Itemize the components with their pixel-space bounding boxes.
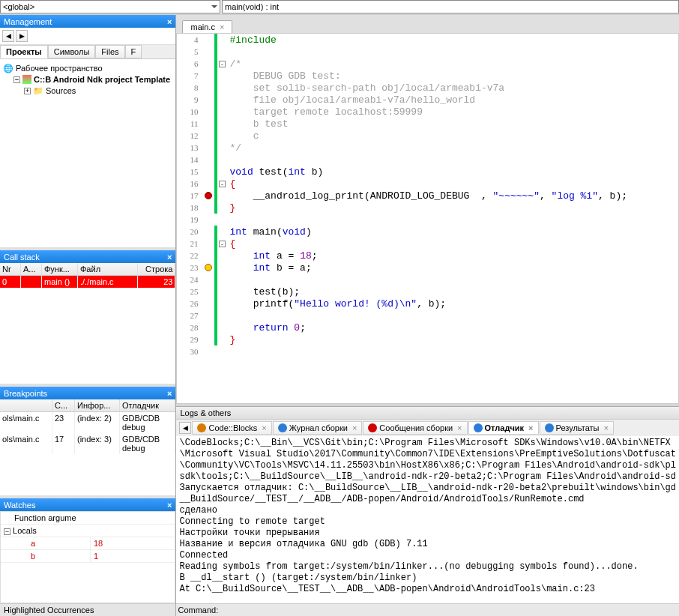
collapse-icon[interactable]: − [4,528,10,535]
col-nr[interactable]: Nr [0,263,21,275]
code-line[interactable]: 29} [177,333,678,345]
col-dbg[interactable]: Отладчик [120,399,175,411]
code-line[interactable]: 25 test(b); [177,286,678,298]
expand-icon[interactable]: + [24,88,31,94]
log-icon [278,423,287,432]
watch-variable-row[interactable]: b1 [1,550,175,563]
workspace-node[interactable]: 🌐 Рабочее пространство [3,62,172,74]
close-tab-icon[interactable]: × [220,22,224,31]
breakpoint-icon[interactable] [205,192,212,199]
code-line[interactable]: 15void test(int b) [177,166,678,178]
code-line[interactable]: 18} [177,202,678,214]
editor-tab[interactable]: main.c × [182,20,232,33]
code-line[interactable]: 28 return 0; [177,321,678,333]
code-line[interactable]: 26 printf("Hello world! (%d)\n", b); [177,298,678,309]
code-line[interactable]: 16-{ [177,178,678,190]
col-line[interactable]: Строка [138,263,175,275]
code-line[interactable]: 24 [177,274,678,286]
code-line[interactable]: 14 [177,154,678,166]
close-icon[interactable]: × [603,423,608,432]
management-tabs: Проекты Символы Files F [0,45,175,59]
project-icon [22,75,31,84]
col-addr[interactable]: A... [21,263,42,275]
folder-icon: 📁 [33,85,43,96]
breakpoints-title: Breakpoints [4,389,47,398]
watches-title: Watches [4,501,35,510]
fold-icon[interactable]: - [219,181,226,187]
code-line[interactable]: 21-{ [177,238,678,250]
tab-more[interactable]: F [125,45,142,58]
col-file[interactable]: Файл [78,263,138,275]
col-func[interactable]: Функ... [42,263,78,275]
func-args-node[interactable]: Function argume [1,512,175,525]
function-value: main(void) : int [225,2,279,11]
col-info[interactable]: Инфор... [75,399,120,411]
watch-variable-row[interactable]: a18 [1,537,175,550]
close-icon[interactable]: × [262,423,266,432]
code-line[interactable]: 8 set solib-search-path obj/local/armeab… [177,82,678,94]
logs-header: Logs & others [176,407,679,420]
breakpoint-row[interactable]: ols\main.c17(index: 3)GDB/CDB debug [0,433,175,454]
tab-files[interactable]: Files [95,45,124,58]
highlighted-occurrences-panel: Highlighted Occurrences [0,603,175,616]
code-line[interactable]: 4#include [177,34,678,46]
nav-prev-button[interactable]: ◀ [2,30,14,42]
code-line[interactable]: 11 b test [177,118,678,130]
log-icon [197,423,206,432]
code-line[interactable]: 5 [177,46,678,58]
close-icon[interactable]: × [457,423,462,432]
debugger-log[interactable]: \CodeBlocks;C:\__Bin\__VCS\Git\bin;C:\Pr… [176,436,679,603]
close-icon[interactable]: × [167,389,172,398]
log-tab[interactable]: Результаты× [540,421,614,435]
code-line[interactable]: 9 file obj/local/armeabi-v7a/hello_world [177,94,678,106]
breakpoint-row[interactable]: ols\main.c23(index: 2)GDB/CDB debug [0,412,175,433]
project-node[interactable]: − C::B Android Ndk project Template [3,74,172,85]
log-tab[interactable]: Отладчик× [468,421,539,435]
code-line[interactable]: 7 DEBUG GDB test: [177,70,678,82]
command-label: Command: [178,606,218,615]
code-line[interactable]: 20int main(void) [177,226,678,238]
watches-header: Watches × [0,498,175,511]
code-editor[interactable]: 4#include 56-/*7 DEBUG GDB test:8 set so… [176,33,679,404]
logs-scroll-left[interactable]: ◀ [179,422,191,434]
logs-tabs: ◀ Code::Blocks×Журнал сборки×Сообщения с… [176,420,679,436]
log-tab[interactable]: Журнал сборки× [273,421,363,435]
col-file[interactable] [0,399,52,411]
code-line[interactable]: 23 int b = a; [177,262,678,274]
scope-combo[interactable]: <global> [0,0,220,13]
sources-node[interactable]: + 📁 Sources [3,85,172,97]
function-combo[interactable]: main(void) : int [222,0,679,13]
log-icon [545,423,554,432]
stack-frame-row[interactable]: 0 main () ././main.c 23 [0,276,175,288]
workspace-icon: 🌐 [3,63,13,73]
chevron-down-icon [211,5,217,8]
code-line[interactable]: 19 [177,214,678,226]
fold-icon[interactable]: - [219,241,226,247]
code-line[interactable]: 13*/ [177,142,678,154]
code-line[interactable]: 22 int a = 18; [177,250,678,262]
log-tab[interactable]: Сообщения сборки× [363,421,467,435]
code-line[interactable]: 30 [177,345,678,357]
scope-value: <global> [3,2,34,11]
close-icon[interactable]: × [167,253,172,262]
close-icon[interactable]: × [167,501,172,510]
col-line[interactable]: С... [52,399,75,411]
code-line[interactable]: 27 [177,309,678,321]
close-icon[interactable]: × [352,423,357,432]
log-icon [368,423,377,432]
code-line[interactable]: 10 target remote localhost:59999 [177,106,678,118]
code-line[interactable]: 6-/* [177,58,678,70]
tab-projects[interactable]: Проекты [0,45,48,58]
log-tab[interactable]: Code::Blocks× [192,421,271,435]
code-line[interactable]: 17 __android_log_print(ANDROID_LOG_DEBUG… [177,190,678,202]
nav-next-button[interactable]: ▶ [16,30,28,42]
management-header: Management × [0,15,175,28]
editor-tabs: main.c × [176,15,679,33]
code-line[interactable]: 12 c [177,130,678,142]
close-icon[interactable]: × [167,17,172,26]
collapse-icon[interactable]: − [13,76,20,83]
fold-icon[interactable]: - [219,61,226,67]
locals-node[interactable]: − Locals [1,525,175,537]
close-icon[interactable]: × [528,423,533,432]
tab-symbols[interactable]: Символы [48,45,96,58]
